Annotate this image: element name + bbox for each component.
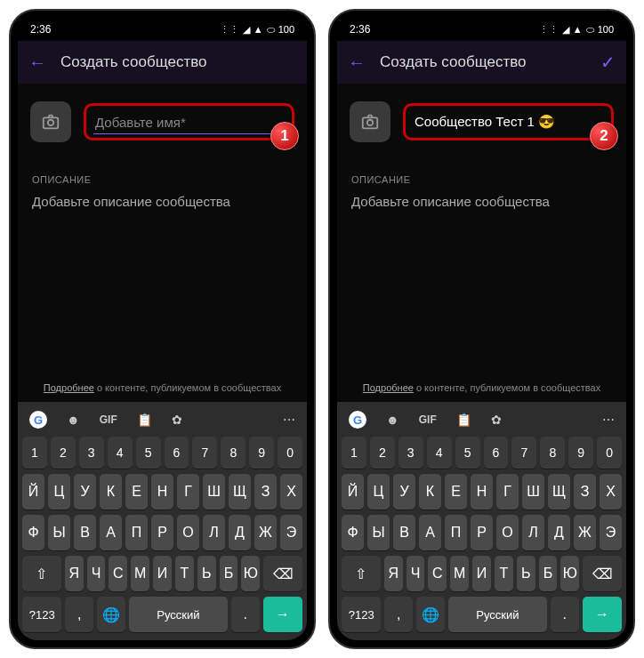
settings-icon[interactable]: ✿ (172, 413, 182, 427)
key-0[interactable]: 0 (597, 437, 622, 469)
gif-button[interactable]: GIF (419, 413, 437, 426)
gif-button[interactable]: GIF (100, 413, 117, 426)
key-И[interactable]: И (153, 556, 172, 591)
key-Т[interactable]: Т (495, 556, 513, 591)
key-Ь[interactable]: Ь (197, 556, 216, 591)
key-Г[interactable]: Г (177, 474, 199, 510)
key-3[interactable]: 3 (398, 437, 423, 469)
key-Ф[interactable]: Ф (22, 515, 44, 550)
key-Е[interactable]: Е (125, 474, 148, 510)
key-8[interactable]: 8 (221, 437, 246, 469)
key-П[interactable]: П (445, 515, 467, 550)
shift-key[interactable]: ⇧ (22, 556, 61, 591)
space-key[interactable]: Русский (448, 597, 547, 632)
key-2[interactable]: 2 (51, 437, 76, 469)
shift-key[interactable]: ⇧ (342, 556, 381, 591)
key-7[interactable]: 7 (192, 437, 217, 469)
globe-key[interactable]: 🌐 (97, 597, 125, 632)
more-icon[interactable]: ⋯ (283, 413, 295, 427)
key-Я[interactable]: Я (65, 556, 84, 591)
comma-key[interactable]: , (65, 597, 93, 632)
key-З[interactable]: З (574, 474, 596, 510)
sticker-icon[interactable]: ☻ (67, 413, 80, 427)
key-Х[interactable]: Х (280, 474, 302, 510)
key-1[interactable]: 1 (22, 437, 47, 469)
key-М[interactable]: М (131, 556, 149, 591)
key-Ш[interactable]: Ш (203, 474, 225, 510)
add-photo-button[interactable] (30, 101, 71, 142)
google-icon[interactable]: G (29, 411, 47, 429)
key-М[interactable]: М (450, 556, 469, 591)
key-Ж[interactable]: Ж (254, 515, 277, 550)
key-Д[interactable]: Д (548, 515, 570, 550)
key-А[interactable]: А (100, 515, 122, 550)
key-П[interactable]: П (125, 515, 148, 550)
key-Е[interactable]: Е (445, 474, 467, 510)
key-Д[interactable]: Д (229, 515, 251, 550)
globe-key[interactable]: 🌐 (416, 597, 445, 632)
comma-key[interactable]: , (384, 597, 413, 632)
community-name-input[interactable] (95, 115, 283, 130)
footer-link[interactable]: Подробнее о контенте, публикуемом в сооб… (363, 382, 600, 393)
key-З[interactable]: З (254, 474, 277, 510)
key-А[interactable]: А (419, 515, 441, 550)
symbols-key[interactable]: ?123 (22, 597, 61, 632)
key-Ф[interactable]: Ф (342, 515, 364, 550)
key-Я[interactable]: Я (384, 556, 403, 591)
more-icon[interactable]: ⋯ (602, 413, 615, 427)
key-К[interactable]: К (100, 474, 122, 510)
community-name-input[interactable] (415, 115, 602, 130)
key-Й[interactable]: Й (22, 474, 44, 510)
key-Н[interactable]: Н (471, 474, 493, 510)
enter-key[interactable]: → (263, 597, 302, 632)
key-Ч[interactable]: Ч (407, 556, 425, 591)
key-Ж[interactable]: Ж (574, 515, 596, 550)
footer-link[interactable]: Подробнее о контенте, публикуемом в сооб… (44, 382, 281, 393)
key-Э[interactable]: Э (600, 515, 622, 550)
sticker-icon[interactable]: ☻ (386, 413, 399, 427)
key-Э[interactable]: Э (280, 515, 302, 550)
backspace-key[interactable]: ⌫ (263, 556, 302, 591)
key-О[interactable]: О (177, 515, 199, 550)
period-key[interactable]: . (551, 597, 579, 632)
key-Х[interactable]: Х (600, 474, 622, 510)
key-5[interactable]: 5 (136, 437, 161, 469)
key-О[interactable]: О (496, 515, 519, 550)
key-Б[interactable]: Б (539, 556, 558, 591)
space-key[interactable]: Русский (129, 597, 228, 632)
key-Ы[interactable]: Ы (367, 515, 390, 550)
clipboard-icon[interactable]: 📋 (137, 413, 152, 427)
key-Ц[interactable]: Ц (367, 474, 390, 510)
key-4[interactable]: 4 (427, 437, 452, 469)
back-arrow-icon[interactable]: ← (28, 52, 46, 73)
key-Н[interactable]: Н (151, 474, 173, 510)
description-input[interactable]: Добавьте описание сообщества (351, 194, 612, 209)
key-5[interactable]: 5 (455, 437, 480, 469)
key-В[interactable]: В (74, 515, 96, 550)
key-С[interactable]: С (109, 556, 127, 591)
period-key[interactable]: . (231, 597, 260, 632)
key-6[interactable]: 6 (165, 437, 189, 469)
key-8[interactable]: 8 (540, 437, 565, 469)
google-icon[interactable]: G (349, 411, 366, 429)
key-Ч[interactable]: Ч (87, 556, 106, 591)
key-Ц[interactable]: Ц (48, 474, 70, 510)
clipboard-icon[interactable]: 📋 (456, 413, 471, 427)
backspace-key[interactable]: ⌫ (583, 556, 622, 591)
confirm-check-icon[interactable]: ✓ (600, 52, 616, 73)
key-4[interactable]: 4 (108, 437, 133, 469)
key-Щ[interactable]: Щ (548, 474, 570, 510)
key-Р[interactable]: Р (151, 515, 173, 550)
key-Л[interactable]: Л (203, 515, 225, 550)
settings-icon[interactable]: ✿ (491, 413, 502, 427)
enter-key[interactable]: → (583, 597, 622, 632)
key-Г[interactable]: Г (496, 474, 519, 510)
symbols-key[interactable]: ?123 (342, 597, 381, 632)
key-9[interactable]: 9 (249, 437, 274, 469)
key-Ь[interactable]: Ь (517, 556, 535, 591)
add-photo-button[interactable] (350, 101, 390, 142)
key-И[interactable]: И (472, 556, 491, 591)
key-0[interactable]: 0 (278, 437, 302, 469)
description-input[interactable]: Добавьте описание сообщества (32, 194, 293, 209)
key-1[interactable]: 1 (342, 437, 366, 469)
